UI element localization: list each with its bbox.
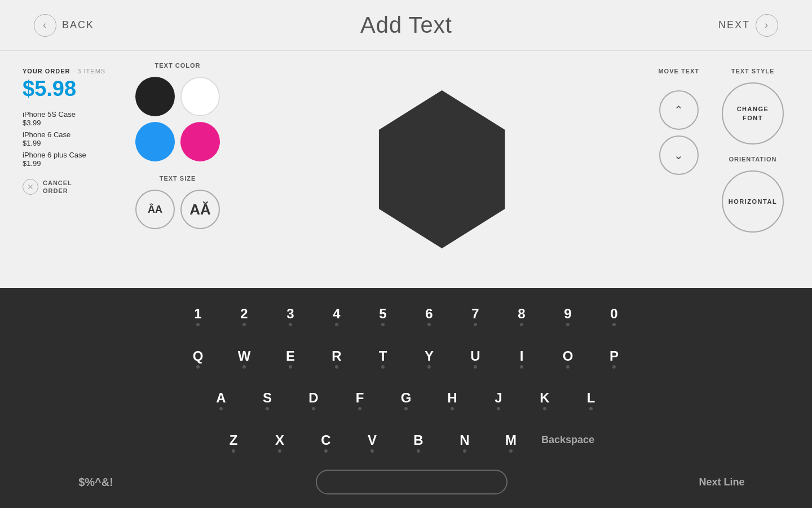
key-x[interactable]: X [257,426,303,455]
list-item: iPhone 6 plus Case $1.99 [23,151,113,168]
controls-area: TEXT COLOR TEXT SIZE ÂA AĂ [124,51,812,288]
key-r[interactable]: R [314,341,360,371]
key-j[interactable]: J [475,383,522,413]
list-item: iPhone 6 Case $1.99 [23,130,113,147]
key-a[interactable]: A [198,383,244,413]
text-style-section: TEXT STYLE CHANGEFONT [722,68,784,144]
key-1[interactable]: 1 [175,299,221,329]
key-d[interactable]: D [290,383,337,413]
header: ‹ BACK Add Text NEXT › [0,0,812,51]
key-h[interactable]: H [429,383,475,413]
color-swatch-white[interactable] [180,77,220,116]
key-n[interactable]: N [442,426,488,455]
key-q[interactable]: Q [175,341,221,371]
key-4[interactable]: 4 [314,299,360,329]
key-8[interactable]: 8 [498,299,545,329]
key-i[interactable]: I [498,341,545,371]
text-size-section: TEXT SIZE ÂA AĂ [135,175,220,229]
key-f[interactable]: F [337,383,383,413]
next-icon: › [756,14,778,37]
text-size-large-button[interactable]: AĂ [180,190,220,229]
key-u[interactable]: U [452,341,498,371]
key-7[interactable]: 7 [452,299,498,329]
keyboard-row-numbers: 1 2 3 4 5 6 7 8 9 0 [34,299,778,329]
color-swatch-pink[interactable] [180,122,220,161]
key-g[interactable]: G [383,383,429,413]
move-text-section: MOVE TEXT ⌃ ⌄ [658,68,699,175]
next-button[interactable]: NEXT › [718,14,778,37]
space-button[interactable] [316,470,508,494]
back-label: BACK [62,19,94,31]
change-font-button[interactable]: CHANGEFONT [722,82,784,144]
text-size-label: TEXT SIZE [135,175,220,182]
text-size-small-button[interactable]: ÂA [135,190,175,229]
orientation-button[interactable]: HORIZONTAL [722,170,784,233]
right-controls: MOVE TEXT ⌃ ⌄ TEXT STYLE CHANGEFONT ORIE… [647,62,795,277]
key-e[interactable]: E [267,341,314,371]
keyboard: 1 2 3 4 5 6 7 8 9 0 Q W E R T Y U I O P … [0,288,812,508]
key-0[interactable]: 0 [591,299,637,329]
color-swatch-black[interactable] [135,77,175,116]
key-t[interactable]: T [360,341,406,371]
key-l[interactable]: L [568,383,614,413]
cancel-label: CANCELORDER [43,179,72,195]
key-m[interactable]: M [488,426,534,455]
back-button[interactable]: ‹ BACK [34,14,94,37]
key-y[interactable]: Y [406,341,452,371]
key-c[interactable]: C [303,426,349,455]
order-count: - 3 ITEMS [73,68,106,75]
key-k[interactable]: K [522,383,568,413]
key-6[interactable]: 6 [406,299,452,329]
move-text-label: MOVE TEXT [658,68,699,75]
key-2[interactable]: 2 [221,299,267,329]
preview-area [237,62,647,277]
order-label: YOUR ORDER - 3 ITEMS [23,68,113,75]
key-9[interactable]: 9 [545,299,591,329]
symbols-button[interactable]: $%^&! [56,467,135,497]
key-3[interactable]: 3 [267,299,314,329]
orientation-section: ORIENTATION HORIZONTAL [722,156,784,233]
page-title: Add Text [360,12,452,38]
key-b[interactable]: B [395,426,442,455]
back-icon: ‹ [34,14,56,37]
key-w[interactable]: W [221,341,267,371]
orientation-label: ORIENTATION [729,156,776,163]
color-grid [135,77,220,161]
backspace-button[interactable]: Backspace [534,426,602,455]
text-color-section: TEXT COLOR TEXT SIZE ÂA AĂ [135,62,220,277]
tag-preview [369,90,515,248]
keyboard-row-asdf: A S D F G H J K L [34,383,778,413]
keyboard-row-zxcv: Z X C V B N M Backspace [34,426,778,455]
order-sidebar: YOUR ORDER - 3 ITEMS $5.98 iPhone 5S Cas… [0,51,124,288]
cancel-order-button[interactable]: ✕ CANCELORDER [23,179,113,195]
cancel-icon: ✕ [23,179,38,195]
move-text-up-button[interactable]: ⌃ [659,90,699,130]
key-z[interactable]: Z [210,426,257,455]
keyboard-row-qwerty: Q W E R T Y U I O P [34,341,778,371]
main-area: YOUR ORDER - 3 ITEMS $5.98 iPhone 5S Cas… [0,51,812,288]
next-line-button[interactable]: Next Line [688,467,756,497]
text-color-label: TEXT COLOR [155,62,201,69]
keyboard-bottom-row: $%^&! Next Line [34,467,778,497]
order-price: $5.98 [23,77,113,101]
space-container [135,470,688,494]
text-style-label: TEXT STYLE [731,68,775,75]
key-p[interactable]: P [591,341,637,371]
next-label: NEXT [718,19,750,31]
key-s[interactable]: S [244,383,290,413]
move-text-down-button[interactable]: ⌄ [659,135,699,175]
hexagon-shape [369,90,515,248]
key-5[interactable]: 5 [360,299,406,329]
key-v[interactable]: V [349,426,395,455]
color-swatch-blue[interactable] [135,122,175,161]
key-o[interactable]: O [545,341,591,371]
list-item: iPhone 5S Case $3.99 [23,110,113,127]
